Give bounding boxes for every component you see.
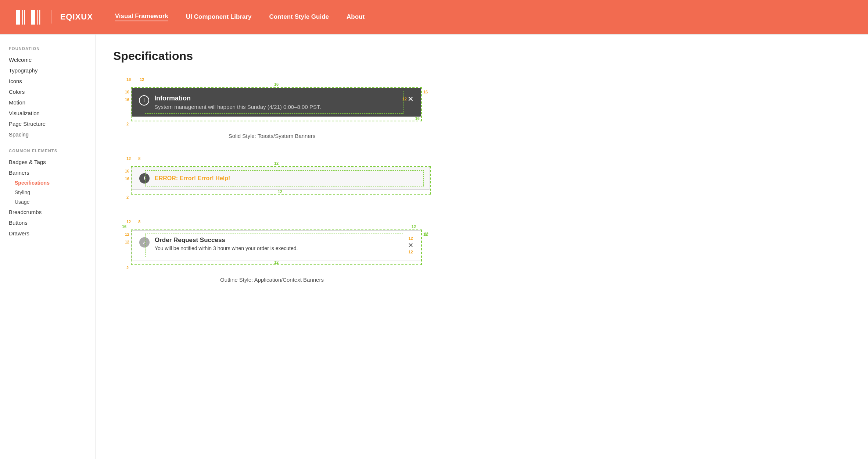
sidebar-item-typography[interactable]: Typography [9,65,86,76]
meas-suc-bottom-corner: 2 [126,266,129,270]
sidebar-item-colors[interactable]: Colors [9,86,86,97]
meas-err-top-left2: 8 [138,157,140,161]
sidebar-item-spacing[interactable]: Spacing [9,129,86,140]
meas-top-left1: 16 [126,78,131,82]
solid-banner: i Information System management will hap… [132,88,421,117]
success-content: Order Request Success You will be notifi… [155,236,408,251]
close-area: 12 ✕ [402,95,414,103]
meas-left-inner: 16 [125,98,129,102]
solid-banner-spec: 16 12 16 16 16 [113,75,431,139]
meas-left-outer: 16 [125,90,129,94]
success-title: Order Request Success [155,236,408,244]
sidebar-section-common: COMMON ELEMENTS [9,149,86,153]
meas-suc-close-top: 12 [408,236,413,241]
success-body: You will be notified within 3 hours when… [155,245,408,251]
banner-icon-info: i [139,95,149,106]
error-label: ERROR: Error! Error! Help! [155,175,230,181]
main-nav: Visual Framework UI Component Library Co… [115,13,365,21]
meas-suc-top-left1: 12 [126,220,131,224]
error-content: ERROR: Error! Error! Help! [155,175,230,182]
close-icon[interactable]: ✕ [408,95,414,103]
sidebar: FOUNDATION Welcome Typography Icons Colo… [0,35,96,459]
meas-suc-bottom-inner: 12 [274,260,279,264]
sidebar-item-page-structure[interactable]: Page Structure [9,118,86,129]
page-title: Specifications [113,49,431,63]
success-banner-caption: Outline Style: Application/Context Banne… [113,277,431,283]
success-icon: ✓ [139,237,150,248]
meas-top-left2: 12 [140,78,144,82]
sidebar-item-breadcrumbs[interactable]: Breadcrumbs [9,207,86,217]
sidebar-sub-specifications[interactable]: Specifications [9,178,86,188]
error-banner-spec: 12 8 12 16 16 [113,154,431,202]
site-header: ▐║▐║ EQIXUX Visual Framework UI Componen… [0,0,868,34]
success-banner-spec: 12 8 16 12 12 12 [113,217,431,283]
sidebar-item-badges-tags[interactable]: Badges & Tags [9,157,86,167]
nav-ui-component-library[interactable]: UI Component Library [186,13,252,21]
logo-icon: ▐║▐║ [12,10,42,24]
meas-suc-top-inner-right: 12 [412,225,416,229]
meas-err-bottom-inner: 12 [278,190,282,194]
sidebar-item-welcome[interactable]: Welcome [9,54,86,65]
meas-suc-close-bottom: 12 [408,250,413,254]
sidebar-sub-usage[interactable]: Usage [9,197,86,207]
nav-about[interactable]: About [347,13,365,21]
sidebar-sub-styling[interactable]: Styling [9,188,86,197]
meas-suc-top-inner-left: 16 [122,225,126,229]
solid-banner-caption: Solid Style: Toasts/System Banners [113,133,431,139]
solid-banner-body: System management will happen this Sunda… [154,104,402,110]
sidebar-item-buttons[interactable]: Buttons [9,217,86,228]
meas-close: 12 [402,97,407,101]
error-banner: ! ERROR: Error! Error! Help! [132,167,430,190]
sidebar-section-foundation: FOUNDATION [9,46,86,51]
nav-visual-framework[interactable]: Visual Framework [115,13,168,21]
meas-suc-left-inner: 12 [125,240,129,244]
error-icon: ! [139,173,150,184]
meas-err-bottom-corner: 2 [126,195,129,199]
meas-suc-right-outer: 12 [424,232,428,236]
main-content: Specifications 16 12 16 16 16 [96,35,448,459]
sidebar-item-visualization[interactable]: Visualization [9,108,86,118]
meas-err-top-inner: 12 [274,161,279,166]
meas-right-outer: 16 [423,90,428,94]
sidebar-item-icons[interactable]: Icons [9,76,86,86]
sidebar-item-drawers[interactable]: Drawers [9,228,86,239]
meas-bottom-inner: 16 [415,117,420,121]
meas-suc-left-outer: 12 [125,232,129,236]
meas-top-inner: 16 [274,82,279,86]
logo: ▐║▐║ EQIXUX [12,10,93,24]
banner-content: Information System management will happe… [154,95,402,110]
solid-banner-title: Information [154,95,402,102]
success-close-area: 12 ✕ 12 [408,236,413,254]
sidebar-item-banners[interactable]: Banners [9,167,86,178]
meas-suc-top-left2: 8 [138,220,140,224]
nav-content-style-guide[interactable]: Content Style Guide [269,13,329,21]
meas-err-left-outer: 16 [125,169,129,173]
logo-text: EQIXUX [60,12,93,22]
meas-bottom-corner: 2 [126,122,129,126]
logo-divider [51,10,51,24]
success-close-icon[interactable]: ✕ [408,241,413,249]
success-banner: ✓ Order Request Success You will be noti… [132,230,421,260]
meas-err-left-inner: 16 [125,177,129,181]
page-layout: FOUNDATION Welcome Typography Icons Colo… [0,35,868,459]
sidebar-item-motion[interactable]: Motion [9,97,86,108]
meas-err-top-left1: 12 [126,157,131,161]
